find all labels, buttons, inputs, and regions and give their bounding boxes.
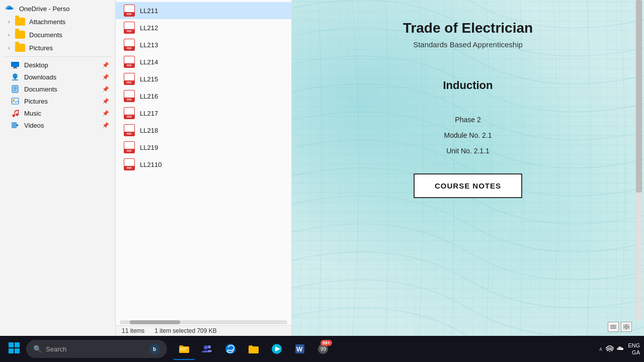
taskbar: 🔍 b [0, 336, 644, 362]
folder-icon [15, 31, 25, 39]
folder-label: Documents [29, 31, 62, 39]
taskbar-file-explorer[interactable] [173, 338, 195, 360]
chevron-icon: › [5, 31, 13, 39]
system-tray: ∧ [599, 345, 625, 353]
notification-badge: 99+ [320, 340, 332, 346]
sidebar-divider [4, 56, 111, 57]
file-item-ll214[interactable]: PDF LL214 [116, 53, 291, 70]
pin-icon: 📌 [102, 98, 109, 105]
file-item-ll217[interactable]: PDF LL217 [116, 105, 291, 122]
sidebar-item-desktop[interactable]: Desktop 📌 [0, 59, 115, 71]
network-icon[interactable] [606, 345, 614, 353]
preview-info: Phase 2 Module No. 2.1 Unit No. 2.1.1 [444, 112, 492, 158]
course-notes-button[interactable]: COURSE NOTES [414, 173, 522, 198]
sidebar-item-downloads[interactable]: Downloads 📌 [0, 71, 115, 83]
svg-point-33 [208, 345, 211, 348]
file-item-ll216[interactable]: PDF LL216 [116, 87, 291, 105]
sidebar-item-pictures[interactable]: › Pictures [0, 41, 115, 54]
language-indicator[interactable]: ENG GA [628, 342, 640, 356]
svg-rect-27 [9, 348, 14, 353]
folder-label: Pictures [29, 44, 53, 52]
taskbar-teams[interactable] [196, 338, 218, 360]
file-item-ll212[interactable]: PDF LL212 [116, 19, 291, 36]
svg-rect-31 [180, 349, 185, 350]
file-item-ll218[interactable]: PDF LL218 [116, 122, 291, 139]
taskbar-media[interactable] [266, 338, 288, 360]
file-name: LL219 [140, 144, 158, 151]
word-icon: W [294, 343, 305, 354]
taskbar-files[interactable] [243, 338, 265, 360]
svg-marker-17 [17, 124, 19, 127]
sidebar-item-music[interactable]: Music 📌 [0, 107, 115, 119]
selected-info: 1 item selected 709 KB [154, 327, 216, 334]
download-icon [10, 73, 20, 81]
item-count: 11 items [122, 327, 144, 334]
tray-chevron[interactable]: ∧ [599, 346, 603, 352]
preview-title: Trade of Electrician [403, 20, 533, 36]
pictures-icon [10, 97, 20, 105]
file-name: LL212 [140, 24, 158, 32]
horizontal-scrollbar[interactable] [120, 320, 287, 324]
documents-label: Documents [24, 85, 57, 93]
file-name: LL217 [140, 110, 158, 117]
file-name: LL214 [140, 58, 158, 66]
preview-module: Module No. 2.1 [444, 128, 492, 143]
music-icon [10, 109, 20, 117]
sidebar-item-videos[interactable]: Videos 📌 [0, 119, 115, 131]
file-name: LL211 [140, 7, 158, 15]
search-input[interactable] [46, 345, 145, 353]
sidebar-item-pictures-quick[interactable]: Pictures 📌 [0, 95, 115, 107]
taskbar-edge[interactable] [219, 338, 242, 360]
pin-icon: 📌 [102, 122, 109, 129]
music-label: Music [24, 110, 41, 117]
sidebar-item-onedrive[interactable]: OneDrive - Perso [0, 2, 115, 15]
svg-rect-28 [15, 348, 20, 353]
taskbar-word[interactable]: W [289, 338, 311, 360]
preview-section-title: Induction [443, 79, 493, 92]
files-icon [248, 344, 259, 354]
taskbar-search-bar[interactable]: 🔍 b [26, 340, 167, 358]
onedrive-icon [5, 5, 15, 13]
folder-icon [15, 44, 25, 52]
svg-rect-0 [11, 62, 19, 67]
svg-line-15 [15, 110, 19, 111]
file-item-ll2110[interactable]: PDF LL2110 [116, 156, 291, 173]
file-item-ll215[interactable]: PDF LL215 [116, 70, 291, 87]
file-name: LL218 [140, 127, 158, 134]
svg-rect-16 [12, 122, 17, 128]
taskbar-notification-app[interactable]: 99 99+ [312, 338, 334, 360]
chevron-icon: › [5, 44, 13, 52]
svg-rect-2 [13, 68, 18, 68]
file-name: LL213 [140, 41, 158, 49]
lang-line1: ENG [628, 342, 640, 349]
cloud-tray-icon[interactable] [617, 345, 625, 353]
sidebar-item-documents[interactable]: › Documents [0, 28, 115, 41]
file-name: LL215 [140, 75, 158, 83]
svg-rect-30 [180, 348, 187, 349]
svg-point-32 [204, 345, 208, 349]
taskbar-right: ∧ ENG GA [599, 342, 640, 356]
statusbar: 11 items 1 item selected 709 KB [116, 325, 291, 336]
svg-rect-11 [12, 98, 19, 104]
svg-rect-26 [15, 342, 20, 347]
start-button[interactable] [4, 339, 24, 359]
teams-icon [202, 343, 213, 354]
sidebar-item-docs-quick[interactable]: Documents 📌 [0, 83, 115, 95]
sidebar-item-attachments[interactable]: › Attachments [0, 15, 115, 28]
taskbar-app-icons: W 99 99+ [173, 338, 334, 360]
preview-subtitle: Standards Based Apprenticeship [413, 40, 523, 49]
file-item-ll211[interactable]: PDF LL211 [116, 2, 291, 19]
windows-icon [9, 342, 20, 356]
file-item-ll213[interactable]: PDF LL213 [116, 36, 291, 53]
videos-icon [10, 121, 20, 129]
search-icon-taskbar: 🔍 [33, 345, 42, 353]
lang-line2: GA [628, 349, 640, 356]
bing-icon: b [149, 343, 160, 354]
svg-point-42 [609, 351, 610, 352]
media-icon [271, 343, 282, 354]
preview-phase: Phase 2 [444, 112, 492, 128]
preview-content: Trade of Electrician Standards Based App… [292, 0, 644, 336]
file-item-ll219[interactable]: PDF LL219 [116, 139, 291, 156]
pin-icon: 📌 [102, 110, 109, 117]
file-list-scroll[interactable]: PDF LL211 PDF LL212 PDF LL213 PDF [116, 0, 291, 319]
